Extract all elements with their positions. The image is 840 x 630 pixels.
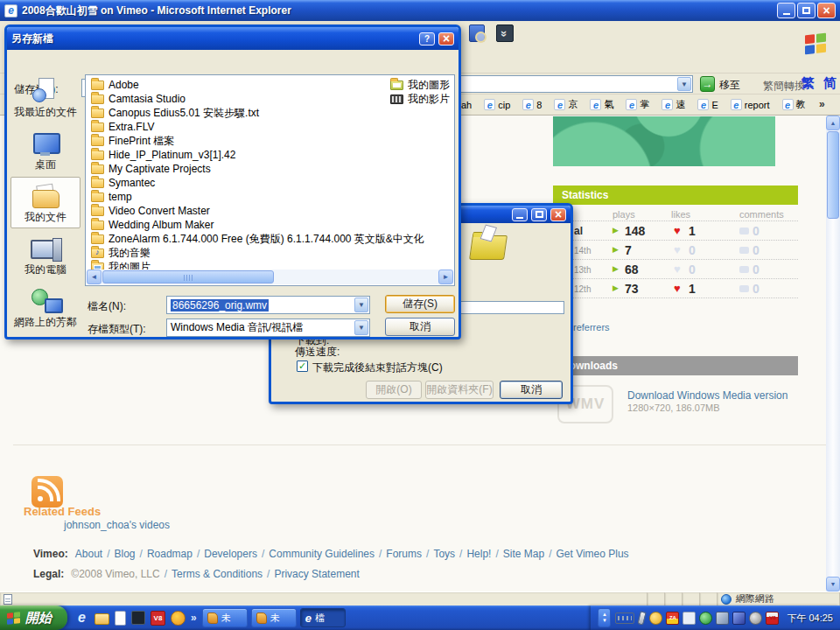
filetype-combobox[interactable]: Windows Media 音訊/視訊檔: [166, 318, 370, 337]
footer-legal-item[interactable]: Privacy Statement: [262, 568, 360, 580]
dropdown-icon[interactable]: [354, 298, 368, 312]
save-dialog-titlebar[interactable]: 另存新檔 ?: [7, 27, 458, 50]
link-button[interactable]: 速: [662, 98, 685, 111]
task-button[interactable]: 未: [251, 608, 297, 627]
quick-launch-icon[interactable]: [74, 611, 89, 626]
link-button[interactable]: 教: [782, 98, 806, 111]
close-button[interactable]: [817, 3, 836, 18]
dl-minimize-button[interactable]: [512, 208, 528, 221]
place-item[interactable]: 桌面: [10, 124, 80, 176]
related-feed-link[interactable]: johnson_choa's videos: [64, 519, 170, 531]
dl-close-button[interactable]: [550, 208, 566, 221]
referrers-link[interactable]: referrers: [573, 322, 610, 332]
dictionary-icon[interactable]: [469, 24, 485, 42]
file-list-item[interactable]: Symantec: [91, 176, 424, 190]
go-button[interactable]: [700, 76, 715, 92]
footer-link[interactable]: About: [75, 548, 102, 560]
footer-link[interactable]: Get Vimeo Plus: [544, 548, 629, 560]
file-list-item[interactable]: Wedding Album Maker: [91, 218, 424, 232]
file-list-item[interactable]: Adobe: [91, 78, 424, 92]
tray-icon[interactable]: [649, 612, 662, 625]
file-list-item[interactable]: Canopus Edius5.01 安裝步驟.txt: [91, 106, 424, 120]
scroll-right-button[interactable]: [438, 270, 453, 284]
footer-link[interactable]: Community Guidelines: [257, 548, 374, 560]
link-button[interactable]: 氣: [590, 98, 613, 111]
dl-restore-button[interactable]: [531, 208, 547, 221]
footer-link[interactable]: Blog: [102, 548, 135, 560]
footer-link[interactable]: Site Map: [491, 548, 544, 560]
hscrollbar-thumb[interactable]: [102, 270, 274, 284]
file-list-item[interactable]: My Captivate Projects: [91, 162, 424, 176]
help-button[interactable]: ?: [419, 32, 435, 46]
link-button[interactable]: report: [731, 99, 770, 110]
footer-link[interactable]: Forums: [374, 548, 422, 560]
open-button[interactable]: 開啟(O): [366, 381, 422, 399]
file-list-item[interactable]: Hide_IP_Platinum_v3[1].42: [91, 148, 424, 162]
minimize-button[interactable]: [777, 3, 795, 18]
place-item[interactable]: 我的文件: [10, 177, 80, 228]
place-item[interactable]: 網路上的芳鄰: [10, 282, 80, 333]
scrollbar-thumb[interactable]: [827, 131, 839, 219]
close-when-done-checkbox[interactable]: [297, 360, 308, 372]
link-button[interactable]: 掌: [626, 98, 649, 111]
restore-button[interactable]: [797, 3, 816, 18]
task-button[interactable]: 未: [202, 608, 248, 627]
file-list-item[interactable]: Video Convert Master: [91, 204, 424, 218]
task-button[interactable]: 檔: [300, 608, 346, 627]
tray-icon[interactable]: [682, 612, 696, 625]
traditional-chinese-button[interactable]: 繁: [802, 75, 815, 92]
link-button[interactable]: cip: [484, 99, 510, 110]
download-wmv-link[interactable]: Download Windows Media version: [627, 389, 788, 402]
tray-icon[interactable]: [699, 612, 712, 625]
quick-launch-overflow-chevron[interactable]: »: [191, 612, 197, 624]
quick-launch-icon[interactable]: [94, 613, 109, 625]
quick-launch-icon[interactable]: V8: [150, 611, 165, 626]
flashget-icon[interactable]: [496, 24, 514, 42]
footer-link[interactable]: Toys: [422, 548, 455, 560]
link-button[interactable]: E: [697, 99, 718, 110]
file-list-item[interactable]: 我的圖形: [390, 78, 450, 92]
place-item[interactable]: 我的電腦: [10, 229, 80, 281]
tray-expand-chevrons[interactable]: [598, 608, 611, 627]
file-list-item[interactable]: FinePrint 檔案: [91, 134, 424, 148]
file-list-item[interactable]: 我的音樂: [91, 246, 424, 260]
pen-input-icon[interactable]: [638, 611, 647, 625]
open-folder-button[interactable]: 開啟資料夾(F): [425, 381, 494, 399]
tray-icon[interactable]: ZA: [666, 612, 679, 625]
links-overflow-chevron[interactable]: »: [819, 98, 825, 110]
file-list-item[interactable]: temp: [91, 190, 424, 204]
file-list-hscrollbar[interactable]: [87, 270, 453, 284]
quick-launch-icon[interactable]: [131, 611, 145, 625]
address-dropdown-icon[interactable]: [677, 77, 691, 91]
file-list-item[interactable]: Extra.FLV: [91, 120, 424, 134]
place-item[interactable]: 我最近的文件: [10, 72, 80, 123]
file-list-item[interactable]: ZoneAlarm 6.1.744.000 Free (免費版) 6.1.1.7…: [91, 232, 424, 246]
dropdown-icon[interactable]: [354, 320, 368, 335]
footer-link[interactable]: Help!: [455, 548, 491, 560]
quick-launch-icon[interactable]: [171, 611, 186, 626]
link-button[interactable]: 京: [554, 98, 578, 111]
rss-icon[interactable]: [32, 476, 63, 508]
tray-icon[interactable]: [749, 612, 762, 625]
simplified-chinese-button[interactable]: 简: [823, 75, 836, 92]
language-keyboard-icon[interactable]: [615, 612, 634, 624]
scroll-left-button[interactable]: [87, 270, 102, 284]
tray-icon[interactable]: V8: [766, 612, 779, 625]
save-dialog-close-button[interactable]: [438, 32, 454, 46]
scroll-down-button[interactable]: [826, 577, 840, 592]
footer-link[interactable]: Developers: [192, 548, 257, 560]
footer-legal-item[interactable]: ©2008 Vimeo, LLC: [71, 568, 159, 580]
tray-icon[interactable]: [732, 612, 746, 625]
footer-link[interactable]: Roadmap: [136, 548, 192, 560]
footer-legal-item[interactable]: Terms & Conditions: [160, 568, 262, 580]
save-button[interactable]: 儲存(S): [385, 295, 455, 313]
filename-combobox[interactable]: 86656296_orig.wmv: [166, 296, 370, 314]
start-button[interactable]: 開始: [0, 606, 67, 630]
page-scrollbar[interactable]: [826, 116, 840, 592]
link-button[interactable]: 8: [522, 99, 542, 110]
go-label[interactable]: 移至: [719, 78, 740, 93]
file-list-item[interactable]: 我的影片: [390, 92, 450, 106]
cancel-button[interactable]: 取消: [385, 318, 455, 336]
download-cancel-button[interactable]: 取消: [500, 381, 563, 399]
quick-launch-icon[interactable]: [115, 611, 126, 626]
